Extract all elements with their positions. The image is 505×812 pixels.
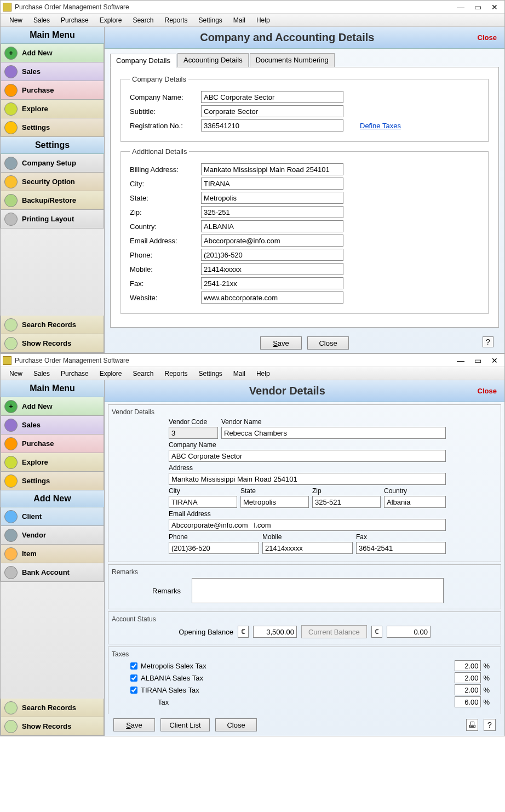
sidebar-item-show-records[interactable]: Show Records [1, 334, 104, 353]
percent-label: % [483, 674, 490, 682]
company-name-input[interactable] [201, 91, 343, 103]
menu-purchase[interactable]: Purchase [55, 370, 94, 378]
zip-input[interactable] [201, 206, 343, 218]
menu-help[interactable]: Help [251, 370, 276, 378]
fax-input[interactable] [201, 277, 343, 289]
menu-search[interactable]: Search [127, 370, 159, 378]
client-list-button[interactable]: Client List [160, 718, 210, 731]
menu-mail[interactable]: Mail [228, 370, 251, 378]
help-icon[interactable]: ? [484, 719, 496, 731]
sidebar-item-vendor[interactable]: Vendor [1, 526, 104, 545]
sidebar-item-company-setup[interactable]: Company Setup [1, 154, 104, 173]
sidebar-item-purchase[interactable]: Purchase [1, 81, 104, 100]
mobile-input[interactable] [201, 263, 343, 275]
tax-value-input[interactable] [455, 684, 481, 695]
zip-input[interactable] [312, 496, 381, 508]
country-input[interactable] [384, 496, 446, 508]
sidebar-item-sales[interactable]: Sales [1, 62, 104, 81]
define-taxes-link[interactable]: Define Taxes [360, 122, 401, 130]
vendor-name-input[interactable] [221, 427, 446, 439]
tax-value-input[interactable] [455, 660, 481, 671]
current-balance-input[interactable] [387, 626, 431, 638]
tab-accounting-details[interactable]: Accounting Details [177, 53, 249, 67]
state-label: State: [130, 194, 201, 202]
maximize-icon[interactable]: ▭ [474, 3, 481, 12]
vendor-code-input[interactable] [169, 427, 218, 439]
sidebar-item-backup[interactable]: Backup/Restore [1, 191, 104, 210]
fax-input[interactable] [356, 542, 446, 554]
sidebar-item-settings[interactable]: Settings [1, 472, 104, 490]
menu-sales[interactable]: Sales [28, 16, 55, 24]
sidebar-item-show-records[interactable]: Show Records [1, 717, 104, 736]
phone-input[interactable] [201, 249, 343, 261]
sidebar-item-explore[interactable]: Explore [1, 453, 104, 472]
billing-input[interactable] [201, 163, 343, 175]
close-icon[interactable]: ✕ [491, 3, 498, 12]
sidebar-item-bank[interactable]: Bank Account [1, 563, 104, 582]
close-icon[interactable]: ✕ [491, 356, 498, 365]
tax-total-input[interactable] [455, 696, 481, 707]
menu-search[interactable]: Search [127, 16, 159, 24]
tax-checkbox[interactable] [130, 674, 137, 682]
sidebar-item-security[interactable]: Security Option [1, 173, 104, 191]
company-name-input[interactable] [169, 450, 446, 462]
sidebar-item-sales[interactable]: Sales [1, 416, 104, 434]
tax-checkbox[interactable] [130, 662, 137, 670]
sidebar-item-item[interactable]: Item [1, 545, 104, 563]
menu-new[interactable]: New [4, 16, 28, 24]
remarks-input[interactable] [192, 578, 444, 603]
state-input[interactable] [201, 192, 343, 204]
country-input[interactable] [201, 220, 343, 232]
titlebar: Purchase Order Management Software ― ▭ ✕ [1, 354, 504, 367]
sidebar-item-printing[interactable]: Printing Layout [1, 210, 104, 228]
help-icon[interactable]: ? [483, 336, 493, 347]
menu-reports[interactable]: Reports [159, 16, 193, 24]
menu-mail[interactable]: Mail [228, 16, 251, 24]
save-button[interactable]: Save [113, 718, 155, 731]
minimize-icon[interactable]: ― [457, 356, 464, 365]
sidebar-item-explore[interactable]: Explore [1, 100, 104, 118]
printer-icon[interactable]: 🖶 [466, 719, 478, 731]
minimize-icon[interactable]: ― [457, 3, 464, 12]
tab-company-details[interactable]: Company Details [110, 54, 176, 67]
current-balance-button[interactable]: Current Balance [301, 625, 367, 638]
menu-sales[interactable]: Sales [28, 370, 55, 378]
website-input[interactable] [201, 291, 343, 304]
regno-input[interactable] [201, 119, 343, 131]
close-button[interactable]: Close [215, 718, 257, 731]
menu-new[interactable]: New [4, 370, 28, 378]
group-title: Taxes [112, 650, 495, 658]
sidebar-item-purchase[interactable]: Purchase [1, 434, 104, 453]
menu-help[interactable]: Help [251, 16, 276, 24]
menu-reports[interactable]: Reports [159, 370, 193, 378]
close-link[interactable]: Close [470, 387, 504, 395]
sidebar-item-settings[interactable]: Settings [1, 118, 104, 137]
menu-settings[interactable]: Settings [193, 16, 228, 24]
email-input[interactable] [201, 235, 343, 247]
subtitle-input[interactable] [201, 105, 343, 117]
close-button[interactable]: Close [307, 336, 349, 350]
sidebar-item-addnew[interactable]: +Add New [1, 397, 104, 416]
menu-explore[interactable]: Explore [94, 16, 128, 24]
phone-input[interactable] [169, 542, 259, 554]
email-input[interactable] [169, 519, 446, 531]
menu-settings[interactable]: Settings [193, 370, 228, 378]
mobile-input[interactable] [262, 542, 353, 554]
sidebar-item-addnew[interactable]: +Add New [1, 44, 104, 62]
city-input[interactable] [169, 496, 237, 508]
address-input[interactable] [169, 473, 446, 485]
menu-explore[interactable]: Explore [94, 370, 128, 378]
state-input[interactable] [240, 496, 309, 508]
tab-documents-numbering[interactable]: Documents Numbering [250, 53, 335, 67]
maximize-icon[interactable]: ▭ [474, 356, 481, 365]
opening-balance-input[interactable] [253, 626, 297, 638]
tax-checkbox[interactable] [130, 687, 137, 694]
sidebar-item-client[interactable]: Client [1, 507, 104, 526]
city-input[interactable] [201, 178, 343, 190]
sidebar-item-search-records[interactable]: Search Records [1, 699, 104, 717]
sidebar-item-search-records[interactable]: Search Records [1, 316, 104, 334]
menu-purchase[interactable]: Purchase [55, 16, 94, 24]
close-link[interactable]: Close [470, 33, 504, 42]
save-button[interactable]: SSaveave [260, 336, 302, 350]
tax-value-input[interactable] [455, 672, 481, 683]
